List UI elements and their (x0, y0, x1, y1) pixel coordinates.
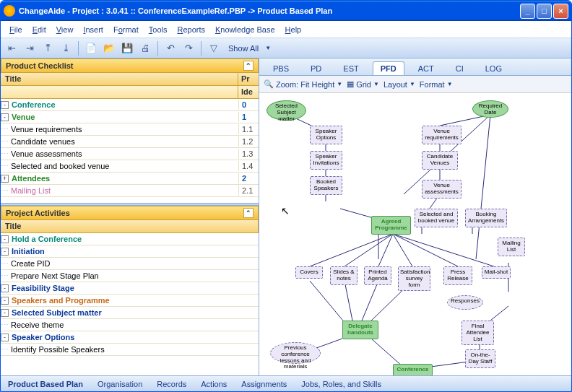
node-prev-conf[interactable]: Previous conference lessons and material… (270, 342, 321, 364)
tree-row[interactable]: -Speaker Options (1, 331, 259, 344)
btab-asn[interactable]: Assignments (238, 378, 290, 390)
tree-row[interactable]: -Venue1 (1, 111, 259, 123)
tree-toggle-icon[interactable]: - (1, 248, 9, 256)
node-venue-assess[interactable]: Venue assessments (422, 180, 462, 199)
tree-toggle-icon[interactable]: - (1, 334, 9, 341)
node-speaker-options[interactable]: Speaker Options (310, 126, 342, 144)
tree-toggle-icon[interactable]: + (1, 175, 9, 183)
menu-tools[interactable]: Tools (144, 24, 172, 35)
tree-row[interactable]: ⋯Candidate venues1.2 (1, 136, 259, 148)
node-agenda[interactable]: Printed Agenda (364, 266, 391, 285)
tree-row[interactable]: ⋯Receive theme (1, 319, 259, 331)
cursor-icon: ↖ (281, 205, 290, 217)
tree-row[interactable]: ⋯Prepare Next Stage Plan (1, 270, 259, 282)
node-candidate-venues[interactable]: Candidate Venues (422, 151, 458, 170)
menu-kb[interactable]: Knowledge Base (211, 24, 280, 35)
checklist-collapse-icon[interactable]: ⌃ (243, 61, 254, 71)
menu-edit[interactable]: Edit (28, 24, 51, 35)
tree-row[interactable]: +Attendees2 (1, 173, 259, 185)
node-conference[interactable]: Conference (393, 364, 433, 375)
activities-collapse-icon[interactable]: ⌃ (243, 208, 254, 218)
showall-arrow-icon[interactable]: ▼ (265, 45, 271, 51)
node-speaker-inv[interactable]: Speaker Invitations (310, 151, 342, 170)
menu-insert[interactable]: Insert (79, 24, 108, 35)
btab-org[interactable]: Organisation (95, 378, 145, 390)
node-mailing-list[interactable]: Mailing List (498, 238, 525, 256)
layout-tool[interactable]: Layout ▼ (384, 80, 415, 89)
tree-row[interactable]: ⋯Venue requirements1.1 (1, 123, 259, 136)
node-press[interactable]: Press Release (443, 266, 472, 285)
node-delegate-handouts[interactable]: Delegate handouts (342, 321, 378, 339)
node-agreed-programme[interactable]: Agreed Programme (371, 216, 411, 235)
tab-ci[interactable]: CI (448, 61, 472, 75)
tree-row[interactable]: -Feasibility Stage (1, 282, 259, 295)
tab-pd[interactable]: PD (303, 61, 329, 75)
btab-jrs[interactable]: Jobs, Roles, and Skills (298, 378, 384, 390)
new-icon[interactable]: 📄 (83, 40, 99, 56)
node-subject-matter[interactable]: Selected Subject matter (266, 100, 306, 121)
node-onday[interactable]: On-the-Day Staff (465, 349, 495, 368)
menu-view[interactable]: View (52, 24, 78, 35)
tab-est[interactable]: EST (335, 61, 366, 75)
tree-row[interactable]: -Hold a Conference (1, 233, 259, 245)
menu-reports[interactable]: Reports (173, 24, 209, 35)
checklist-header: Product Checklist ⌃ (1, 58, 259, 73)
tree-row[interactable]: ⋯Create PID (1, 258, 259, 270)
tree-toggle-icon[interactable]: - (1, 284, 9, 292)
btab-act[interactable]: Actions (198, 378, 230, 390)
tree-toggle-icon[interactable]: - (1, 113, 9, 121)
indent-icon[interactable]: ⇥ (22, 40, 38, 56)
tree-row[interactable]: -Selected Subject matter (1, 307, 259, 319)
diagram-canvas[interactable]: Selected Subject matter Required Date Sp… (259, 93, 571, 375)
maximize-button[interactable]: □ (537, 4, 552, 19)
btab-pbp[interactable]: Product Based Plan (5, 378, 86, 390)
checklist-tree[interactable]: -Conference0-Venue1⋯Venue requirements1.… (1, 99, 259, 203)
tree-row[interactable]: -Conference0 (1, 99, 259, 111)
tree-row[interactable]: ⋯Selected and booked venue1.4 (1, 160, 259, 173)
menu-format[interactable]: Format (109, 24, 143, 35)
format-tool[interactable]: Format ▼ (420, 80, 453, 89)
tab-pfd[interactable]: PFD (373, 61, 404, 75)
activities-tree[interactable]: -Hold a Conference-Initiation⋯Create PID… (1, 233, 259, 375)
btab-rec[interactable]: Records (154, 378, 189, 390)
zoom-tool[interactable]: 🔍 Zoom: Fit Height ▼ (264, 79, 342, 89)
redo-icon[interactable]: ↷ (181, 40, 196, 56)
movedown-icon[interactable]: ⤓ (58, 40, 74, 56)
tree-row[interactable]: ⋯Venue assessments1.3 (1, 148, 259, 160)
node-venue-req[interactable]: Venue requirements (422, 126, 462, 144)
node-required-date[interactable]: Required Date (472, 100, 508, 118)
tree-row[interactable]: ⋯Identify Possible Speakers (1, 344, 259, 356)
tree-row[interactable]: ⋯Mailing List2.1 (1, 185, 259, 197)
tree-toggle-icon[interactable]: - (1, 235, 9, 243)
tree-toggle-icon[interactable]: - (1, 101, 9, 109)
outdent-icon[interactable]: ⇤ (4, 40, 20, 56)
menu-help[interactable]: Help (281, 24, 306, 35)
node-slides[interactable]: Slides & notes (330, 266, 358, 285)
node-selected-venue[interactable]: Selected and booked venue (415, 209, 458, 227)
open-icon[interactable]: 📂 (101, 40, 117, 56)
tree-toggle-icon[interactable]: - (1, 297, 9, 305)
close-button[interactable]: × (553, 4, 568, 19)
tab-act[interactable]: ACT (410, 61, 442, 75)
print-icon[interactable]: 🖨 (137, 40, 153, 56)
grid-tool[interactable]: ▦ Grid ▼ (347, 79, 379, 89)
showall-button[interactable]: Show All (224, 43, 263, 54)
node-final-list[interactable]: Final Attendee List (462, 321, 494, 345)
filter-icon[interactable]: ▽ (206, 40, 222, 56)
tree-toggle-icon[interactable]: - (1, 309, 9, 317)
node-mailshot[interactable]: Mail-shot (482, 266, 511, 279)
undo-icon[interactable]: ↶ (162, 40, 178, 56)
tree-row[interactable]: -Initiation (1, 245, 259, 258)
minimize-button[interactable]: _ (520, 4, 535, 19)
menu-file[interactable]: File (5, 24, 27, 35)
node-satform[interactable]: Satisfaction survey form (398, 266, 430, 291)
moveup-icon[interactable]: ⤒ (40, 40, 56, 56)
tab-pbs[interactable]: PBS (265, 61, 297, 75)
node-booking-arr[interactable]: Booking Arrangements (465, 209, 507, 227)
tree-row[interactable]: -Speakers and Programme (1, 295, 259, 307)
node-booked-speakers[interactable]: Booked Speakers (310, 176, 342, 195)
tab-log[interactable]: LOG (477, 61, 510, 75)
node-covers[interactable]: Covers (295, 266, 323, 279)
save-icon[interactable]: 💾 (119, 40, 135, 56)
node-responses[interactable]: Responses (447, 295, 483, 310)
